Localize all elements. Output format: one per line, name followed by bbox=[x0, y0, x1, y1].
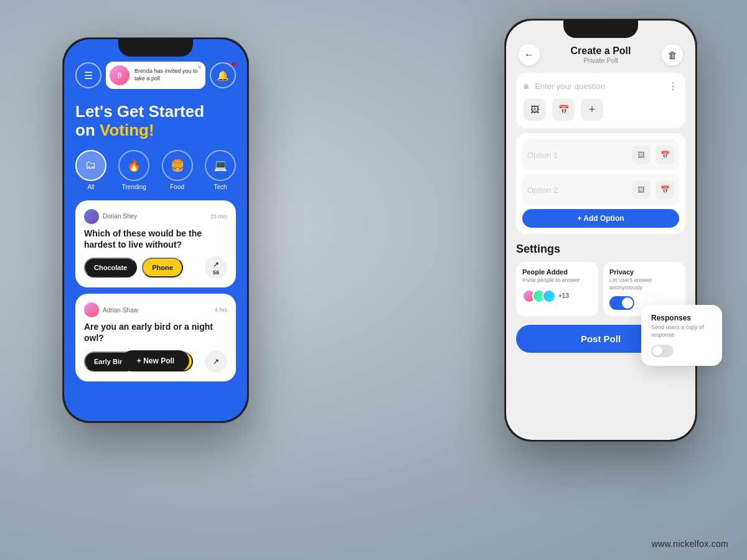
phone-left: ☰ B Brenda has invited you to take a pol… bbox=[62, 37, 249, 423]
tech-icon: 💻 bbox=[205, 150, 236, 181]
add-action-button[interactable]: + bbox=[581, 98, 603, 121]
user-avatar-2 bbox=[84, 302, 99, 317]
option-row-2: Option 2 🖼 📅 bbox=[522, 174, 679, 205]
people-added-card: People Added Invite people to answer +13 bbox=[516, 262, 598, 316]
people-avatars: +13 bbox=[522, 289, 592, 303]
category-all-label: All bbox=[87, 184, 94, 190]
bell-icon: 🔔 bbox=[217, 70, 229, 82]
share-icon-2: ↗ bbox=[213, 357, 219, 366]
category-tech-label: Tech bbox=[214, 184, 227, 190]
notification-dot bbox=[231, 61, 237, 67]
responses-desc: Send users a copy of response bbox=[651, 324, 712, 338]
category-all[interactable]: 🗂 All bbox=[75, 150, 106, 190]
category-trending[interactable]: 🔥 Trending bbox=[118, 150, 149, 190]
responses-card: Responses Send users a copy of response bbox=[641, 305, 722, 366]
delete-button[interactable]: 🗑 bbox=[662, 44, 683, 65]
menu-button[interactable]: ☰ bbox=[75, 62, 101, 88]
person-avatar-3 bbox=[542, 289, 556, 303]
option-chocolate[interactable]: Chocolate bbox=[84, 258, 137, 278]
card-time-2: 4 hrs bbox=[215, 307, 227, 313]
category-tech[interactable]: 💻 Tech bbox=[205, 150, 236, 190]
poll-options-1: Chocolate Phone ↗ 56 bbox=[84, 256, 227, 279]
question-row: ≡ Enter your question ⋮ bbox=[524, 80, 678, 92]
toast-close-icon[interactable]: ✕ bbox=[197, 64, 202, 70]
share-icon: ↗ bbox=[213, 260, 219, 269]
toast-avatar: B bbox=[110, 65, 129, 85]
poll-card-1: Dorian Shey 23 min Which of these would … bbox=[75, 200, 236, 287]
category-trending-label: Trending bbox=[122, 184, 146, 190]
privacy-title: Privacy bbox=[609, 268, 679, 276]
responses-toggle-knob bbox=[652, 346, 662, 356]
hero-highlight: Voting! bbox=[100, 121, 154, 139]
food-icon: 🍔 bbox=[162, 150, 193, 181]
option-phone[interactable]: Phone bbox=[142, 258, 183, 278]
notch-left bbox=[118, 39, 193, 57]
option-calendar-icon-1[interactable]: 📅 bbox=[655, 146, 674, 164]
create-poll-header: ← Create a Poll Private Poll 🗑 bbox=[516, 44, 685, 65]
hero-heading: Let's Get Started on Voting! bbox=[75, 103, 236, 140]
share-count-1: 56 bbox=[213, 269, 219, 276]
responses-title: Responses bbox=[651, 314, 712, 322]
option-image-icon-2[interactable]: 🖼 bbox=[632, 180, 651, 199]
left-header: ☰ B Brenda has invited you to take a pol… bbox=[75, 62, 236, 89]
privacy-toggle[interactable] bbox=[609, 296, 634, 310]
create-subtitle: Private Poll bbox=[571, 57, 631, 64]
question-input-box: ≡ Enter your question ⋮ 🖼 📅 + bbox=[516, 73, 685, 128]
people-added-title: People Added bbox=[522, 268, 592, 276]
more-options-icon[interactable]: ⋮ bbox=[668, 80, 678, 92]
back-button[interactable]: ← bbox=[519, 44, 540, 65]
card-user-2: Adrian Shaw bbox=[84, 302, 138, 317]
category-food[interactable]: 🍔 Food bbox=[162, 150, 193, 190]
notification-toast[interactable]: B Brenda has invited you to take a poll … bbox=[106, 62, 205, 89]
calendar-icon: 📅 bbox=[558, 105, 569, 114]
new-poll-button[interactable]: + New Poll bbox=[122, 350, 189, 371]
poll-question-1: Which of these would be the hardest to l… bbox=[84, 228, 227, 250]
question-placeholder[interactable]: Enter your question bbox=[535, 82, 662, 91]
user-avatar-1 bbox=[84, 209, 99, 224]
option-image-icon-1[interactable]: 🖼 bbox=[632, 146, 651, 164]
phone-right: ← Create a Poll Private Poll 🗑 ≡ Enter y… bbox=[504, 19, 697, 442]
add-option-button[interactable]: + Add Option bbox=[522, 209, 679, 228]
create-title: Create a Poll bbox=[571, 45, 631, 57]
people-added-desc: Invite people to answer bbox=[522, 277, 592, 284]
option-calendar-icon-2[interactable]: 📅 bbox=[655, 180, 674, 199]
option-row-1: Option 1 🖼 📅 bbox=[522, 139, 679, 170]
bell-container: 🔔 bbox=[210, 62, 236, 88]
create-title-block: Create a Poll Private Poll bbox=[571, 45, 631, 64]
question-actions: 🖼 📅 + bbox=[524, 98, 678, 121]
lines-icon: ≡ bbox=[524, 82, 529, 91]
options-box: Option 1 🖼 📅 Option 2 🖼 📅 + Add Option bbox=[516, 133, 685, 234]
hero-text: Let's Get Started on Voting! bbox=[75, 103, 236, 140]
toast-text: Brenda has invited you to take a poll bbox=[134, 68, 199, 82]
card-header-1: Dorian Shey 23 min bbox=[84, 209, 227, 224]
user-name-2: Adrian Shaw bbox=[103, 307, 138, 314]
notch-right bbox=[563, 21, 638, 38]
menu-icon: ☰ bbox=[84, 70, 93, 82]
card-user-1: Dorian Shey bbox=[84, 209, 137, 224]
image-action-button[interactable]: 🖼 bbox=[524, 98, 546, 121]
privacy-toggle-knob bbox=[622, 297, 633, 309]
categories: 🗂 All 🔥 Trending 🍔 Food 💻 Tech bbox=[75, 150, 236, 190]
card-time-1: 23 min bbox=[210, 213, 227, 220]
watermark: www.nickelfox.com bbox=[652, 539, 728, 549]
share-button-2[interactable]: ↗ bbox=[205, 350, 227, 373]
image-icon: 🖼 bbox=[530, 105, 539, 114]
all-icon: 🗂 bbox=[75, 150, 106, 181]
trending-icon: 🔥 bbox=[118, 150, 149, 181]
poll-question-2: Are you an early bird or a night owl? bbox=[84, 321, 227, 343]
category-food-label: Food bbox=[170, 184, 184, 190]
privacy-desc: Let users answer anonymously bbox=[609, 277, 679, 291]
responses-toggle[interactable] bbox=[651, 345, 674, 357]
option-label-1[interactable]: Option 1 bbox=[527, 151, 627, 160]
calendar-action-button[interactable]: 📅 bbox=[552, 98, 575, 121]
settings-title: Settings bbox=[516, 243, 685, 256]
user-name-1: Dorian Shey bbox=[103, 213, 137, 220]
share-button-1[interactable]: ↗ 56 bbox=[205, 256, 227, 279]
people-count: +13 bbox=[558, 292, 569, 299]
option-label-2[interactable]: Option 2 bbox=[527, 185, 627, 195]
card-header-2: Adrian Shaw 4 hrs bbox=[84, 302, 227, 317]
